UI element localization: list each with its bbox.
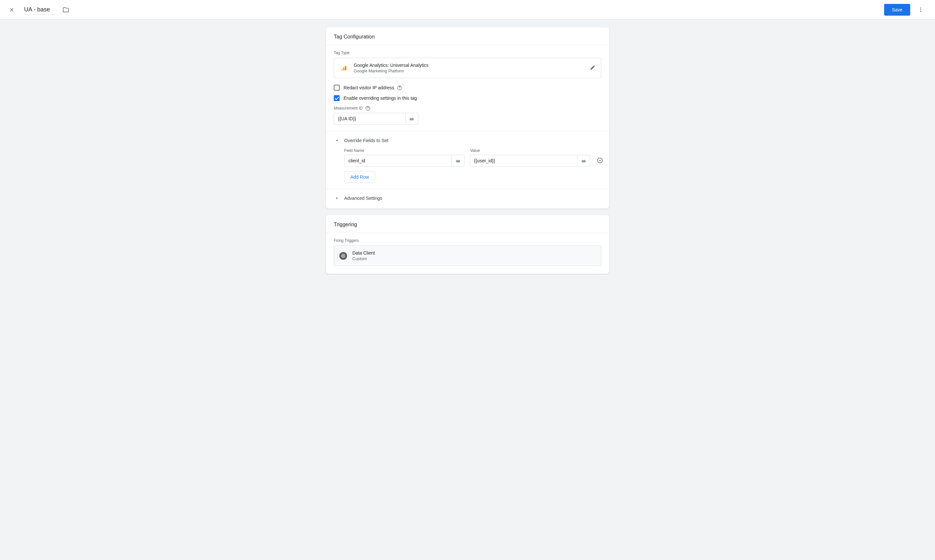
custom-trigger-icon [339,252,347,260]
override-fields-toggle[interactable]: Override Fields to Set [334,137,601,144]
field-name-header: Field Name [344,148,465,153]
field-value-variable-button[interactable] [577,155,590,166]
pencil-icon [590,65,596,71]
measurement-id-variable-button[interactable] [406,113,418,125]
svg-rect-4 [343,67,344,71]
triggering-card: Triggering Firing Triggers Data Client C… [326,215,609,274]
chevron-right-icon [334,195,340,201]
trigger-name: Data Client [352,250,596,255]
trigger-type: Custom [352,256,596,261]
remove-circle-icon [597,157,603,164]
variable-brick-icon [455,158,461,164]
override-fields-title: Override Fields to Set [344,138,388,143]
tag-type-selector[interactable]: Google Analytics: Universal Analytics Go… [334,58,601,78]
edit-tag-type-button[interactable] [590,65,596,71]
field-name-input[interactable] [344,155,452,166]
svg-point-1 [920,9,921,10]
field-value-header: Value [470,148,591,153]
help-icon [397,85,402,90]
tag-name-input[interactable] [23,5,56,15]
remove-row-button[interactable] [597,157,603,164]
svg-point-0 [920,8,921,8]
field-name-variable-button[interactable] [452,155,464,166]
measurement-id-help[interactable] [366,106,370,111]
override-settings-label: Enable overriding settings in this tag [344,95,417,101]
triggering-title: Triggering [326,215,609,233]
svg-point-9 [342,254,345,257]
folder-icon [63,6,69,13]
variable-brick-icon [409,116,415,122]
trigger-item[interactable]: Data Client Custom [334,245,601,266]
tag-type-subtitle: Google Marketing Platform [353,68,590,73]
advanced-settings-toggle[interactable]: Advanced Settings [334,195,601,202]
add-row-button[interactable]: Add Row [344,171,375,183]
override-settings-checkbox[interactable] [334,95,339,101]
analytics-icon [339,63,349,73]
svg-point-10 [343,255,344,257]
folder-button[interactable] [63,6,69,13]
svg-rect-5 [345,66,346,71]
save-button[interactable]: Save [884,4,910,15]
more-vert-icon [918,7,924,13]
chevron-down-icon [334,138,340,143]
help-icon [366,106,370,111]
redact-ip-help[interactable] [397,85,402,90]
tag-type-name: Google Analytics: Universal Analytics [353,63,590,68]
measurement-id-input[interactable] [334,113,406,125]
svg-rect-3 [342,68,343,71]
measurement-id-label: Measurement ID [334,106,363,111]
tag-config-title: Tag Configuration [326,28,609,45]
advanced-settings-title: Advanced Settings [344,195,383,201]
close-icon [9,7,15,13]
tag-type-label: Tag Type [334,51,601,55]
field-value-input[interactable] [470,155,577,166]
tag-configuration-card: Tag Configuration Tag Type Google Analyt… [326,28,609,209]
close-button[interactable] [8,6,15,14]
variable-brick-icon [581,158,586,164]
redact-ip-label: Redact visitor IP address [344,85,394,90]
more-menu-button[interactable] [914,3,927,16]
firing-triggers-label: Firing Triggers [334,238,601,243]
svg-point-2 [920,11,921,12]
redact-ip-checkbox[interactable] [334,85,339,91]
